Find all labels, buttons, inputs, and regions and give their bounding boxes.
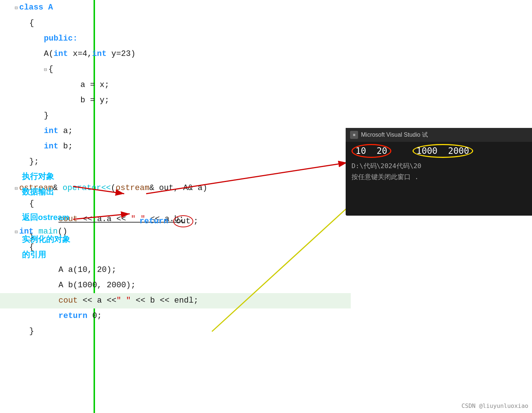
- annotation-instance: 实例化的对象: [22, 234, 70, 245]
- brace-close-semi: };: [29, 154, 39, 170]
- code-line-brace-close2: }: [7, 108, 351, 124]
- keyword-return2: return: [139, 217, 168, 226]
- collapse-icon-3[interactable]: ⊟: [15, 181, 18, 196]
- assign-a: a = x;: [80, 77, 109, 93]
- code-line-b-init: A b(1000, 2000);: [7, 278, 351, 293]
- string-space2: " ": [116, 293, 131, 308]
- keyword-class: class A: [19, 0, 53, 15]
- annotation-execute: 执行对象: [22, 171, 54, 182]
- output-nums-yellow: 1000 2000: [413, 144, 474, 158]
- brace-close-2: }: [44, 108, 49, 124]
- code-line-a-init: A a(10, 20);: [7, 262, 351, 278]
- code-line-class: ⊟ class A: [7, 0, 351, 16]
- class-a-instance: A a(10, 20);: [58, 262, 116, 278]
- keyword-int-y: int: [92, 46, 107, 62]
- keyword-ostream2: ostream: [116, 181, 149, 196]
- blank-line-3: [7, 255, 351, 262]
- console-output: 10 20 1000 2000: [346, 142, 532, 160]
- constructor-a: A(: [44, 46, 53, 62]
- class-b-instance: A b(1000, 2000);: [58, 278, 136, 293]
- code-line-brace-semi: };: [7, 154, 351, 170]
- code-line-int-a: int a;: [7, 124, 351, 139]
- code-line-brace1: {: [7, 16, 351, 31]
- code-line-brace2: ⊟ {: [7, 62, 351, 77]
- brace-close-main: }: [29, 324, 34, 339]
- collapse-icon-2[interactable]: ⊟: [44, 62, 47, 77]
- console-panel: ■ Microsoft Visual Studio 试 10 20 1000 2…: [346, 128, 532, 216]
- code-line-int-b: int b;: [7, 139, 351, 154]
- annotation-data-output: 数据输出: [22, 186, 54, 197]
- code-line-operator: ⊟ ostream& operator<<(ostream& out, A& a…: [7, 181, 351, 196]
- code-line-return0: return 0;: [7, 308, 351, 324]
- keyword-return: return: [58, 308, 87, 324]
- console-icon: ■: [350, 131, 358, 139]
- annotation-return: 返回ostream: [22, 212, 69, 223]
- brace-open-3: {: [29, 196, 34, 212]
- return-out-line: return out;: [130, 206, 198, 227]
- code-line-cout-main: cout << a <<" " << b << endl;: [0, 293, 351, 308]
- brace-open-2: {: [48, 62, 53, 77]
- keyword-public: public:: [44, 31, 77, 46]
- output-nums-red: 10 20: [352, 144, 391, 158]
- keyword-operator: operator<<: [62, 181, 111, 196]
- code-line-public: public:: [7, 31, 351, 46]
- code-line-assign-a: a = x;: [7, 77, 351, 93]
- annotation-ref: 的引用: [22, 249, 46, 260]
- code-line-assign-b: b = y;: [7, 93, 351, 108]
- keyword-int-b: int: [44, 139, 58, 154]
- console-prompt: 按任意键关闭此窗口 .: [346, 172, 532, 182]
- circle-out: out: [173, 215, 194, 227]
- code-line-constructor: A(int x=4,int y=23): [7, 46, 351, 62]
- collapse-icon-4[interactable]: ⊟: [15, 224, 18, 240]
- brace-open-1: {: [29, 16, 34, 31]
- console-title: Microsoft Visual Studio 试: [361, 131, 428, 139]
- collapse-icon[interactable]: ⊟: [15, 0, 18, 16]
- keyword-int-a: int: [44, 124, 58, 139]
- code-line-brace-main-close: }: [7, 324, 351, 339]
- keyword-cout2: cout: [58, 293, 78, 308]
- blank-line-1: [7, 170, 351, 181]
- keyword-int-x: int: [53, 46, 68, 62]
- console-path: D:\代码\2024代码\20: [346, 160, 532, 172]
- assign-b: b = y;: [80, 93, 109, 108]
- console-header: ■ Microsoft Visual Studio 试: [346, 128, 532, 142]
- watermark: CSDN @liuyunluoxiao: [461, 402, 528, 409]
